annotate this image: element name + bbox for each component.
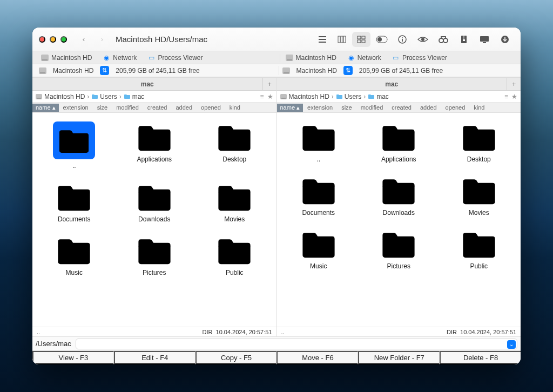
fn-edit[interactable]: Edit - F4 [114, 351, 195, 364]
star-icon[interactable]: ★ [511, 93, 517, 100]
tab[interactable]: mac [277, 78, 507, 90]
folder-item[interactable]: Applications [116, 121, 193, 170]
folder-icon [300, 228, 338, 260]
col-extension[interactable]: extension [59, 104, 93, 111]
folder-item[interactable]: Movies [196, 181, 273, 223]
folder-item[interactable]: Music [280, 228, 358, 270]
col-size[interactable]: size [93, 104, 112, 111]
desktop-button[interactable] [475, 32, 494, 47]
toggle-button[interactable] [373, 32, 391, 47]
col-kind[interactable]: kind [469, 104, 489, 111]
path-input[interactable]: ⌄ [76, 339, 517, 349]
col-extension[interactable]: extension [303, 104, 337, 111]
crumb[interactable]: Macintosh HD [44, 93, 85, 100]
crumb[interactable]: mac [376, 93, 389, 100]
folder-icon [136, 121, 173, 153]
col-modified[interactable]: modified [356, 104, 388, 111]
fn-copy[interactable]: Copy - F5 [195, 351, 277, 364]
shelf-item-network[interactable]: ◉Network [345, 54, 383, 62]
folder-item[interactable]: Documents [280, 175, 358, 217]
crumb[interactable]: mac [132, 93, 145, 100]
list-toggle-icon[interactable]: ≡ [504, 93, 508, 100]
folder-icon [460, 121, 498, 153]
tab-add[interactable]: + [507, 78, 521, 90]
shelf-item-process-viewer[interactable]: ▭Process Viewer [145, 54, 205, 62]
folder-item[interactable]: Public [441, 228, 518, 270]
col-name[interactable]: name ▴ [32, 104, 59, 112]
crumb[interactable]: Users [100, 93, 117, 100]
quicklook-button[interactable] [414, 32, 432, 47]
folder-icon [136, 235, 173, 266]
folder-label: Documents [302, 209, 335, 217]
fn-newfolder[interactable]: New Folder - F7 [358, 351, 440, 364]
col-added[interactable]: added [416, 104, 441, 111]
window-title: Macintosh HD/Users/mac [116, 35, 207, 44]
col-opened[interactable]: opened [441, 104, 470, 111]
star-icon[interactable]: ★ [267, 93, 273, 100]
folder-item[interactable]: Movies [441, 175, 518, 217]
col-created[interactable]: created [143, 104, 172, 111]
crumb[interactable]: Macintosh HD [289, 93, 329, 100]
tab-add[interactable]: + [262, 78, 276, 90]
shelf-item-hd[interactable]: Macintosh HD [39, 54, 94, 62]
folder-icon [300, 175, 338, 206]
folder-item[interactable]: Pictures [360, 228, 437, 270]
shelf-item-network[interactable]: ◉Network [100, 54, 139, 62]
favorites-dropdown[interactable]: ⇅ [100, 66, 109, 75]
fn-delete[interactable]: Delete - F8 [440, 351, 521, 364]
info-button[interactable] [393, 32, 412, 47]
folder-item[interactable]: Downloads [360, 175, 437, 217]
col-added[interactable]: added [171, 104, 197, 111]
folder-item[interactable]: Applications [360, 121, 437, 163]
archive-button[interactable] [455, 32, 473, 47]
svg-rect-25 [463, 39, 465, 41]
col-created[interactable]: created [387, 104, 416, 111]
path-label: /Users/mac [36, 340, 71, 348]
folder-item[interactable]: .. [36, 121, 113, 170]
folder-icon [380, 121, 417, 153]
col-kind[interactable]: kind [225, 104, 245, 111]
crumb[interactable]: Users [345, 93, 361, 100]
folder-item[interactable]: Downloads [116, 181, 193, 223]
right-pane: mac+Macintosh HD›Users›mac≡★name ▴extens… [276, 78, 521, 336]
binoculars-button[interactable] [434, 32, 453, 47]
folder-item[interactable]: Public [196, 235, 273, 276]
folder-item[interactable]: Documents [36, 181, 113, 223]
svg-rect-11 [341, 36, 343, 43]
hd-icon [41, 55, 49, 61]
folder-item[interactable]: Desktop [441, 121, 518, 163]
path-dropdown-icon[interactable]: ⌄ [507, 340, 516, 349]
favorites-dropdown[interactable]: ⇅ [343, 66, 353, 75]
minimize-button[interactable] [50, 36, 56, 43]
svg-rect-15 [358, 40, 361, 43]
file-grid[interactable]: .. Applications Desktop Documents Downlo… [32, 113, 276, 327]
tab[interactable]: mac [32, 78, 262, 90]
col-size[interactable]: size [337, 104, 356, 111]
icon-view-button[interactable] [352, 32, 370, 47]
col-modified[interactable]: modified [112, 104, 143, 111]
folder-item[interactable]: Desktop [196, 121, 273, 170]
list-toggle-icon[interactable]: ≡ [260, 93, 264, 100]
forward-button[interactable]: › [95, 32, 109, 46]
folder-item[interactable]: Music [36, 235, 113, 276]
fn-view[interactable]: View - F3 [32, 351, 114, 364]
folder-icon [368, 94, 374, 99]
zoom-button[interactable] [60, 36, 67, 43]
back-button[interactable]: ‹ [77, 32, 91, 46]
folder-item[interactable]: Pictures [116, 235, 193, 276]
folder-label: Music [66, 269, 83, 276]
fn-move[interactable]: Move - F6 [276, 351, 358, 364]
shelf-item-hd[interactable]: Macintosh HD [284, 54, 339, 62]
column-view-button[interactable] [333, 32, 351, 47]
folder-icon [460, 228, 498, 260]
breadcrumb: Macintosh HD›Users›mac≡★ [277, 91, 521, 103]
list-view-button[interactable] [313, 32, 332, 47]
shelf-item-process-viewer[interactable]: ▭Process Viewer [390, 54, 449, 62]
folder-item[interactable]: .. [280, 121, 358, 163]
col-opened[interactable]: opened [197, 104, 225, 111]
close-button[interactable] [39, 36, 45, 43]
col-name[interactable]: name ▴ [277, 104, 304, 112]
svg-rect-14 [362, 36, 365, 39]
file-grid[interactable]: .. Applications Desktop Documents Downlo… [277, 113, 521, 327]
eject-button[interactable] [496, 32, 514, 47]
